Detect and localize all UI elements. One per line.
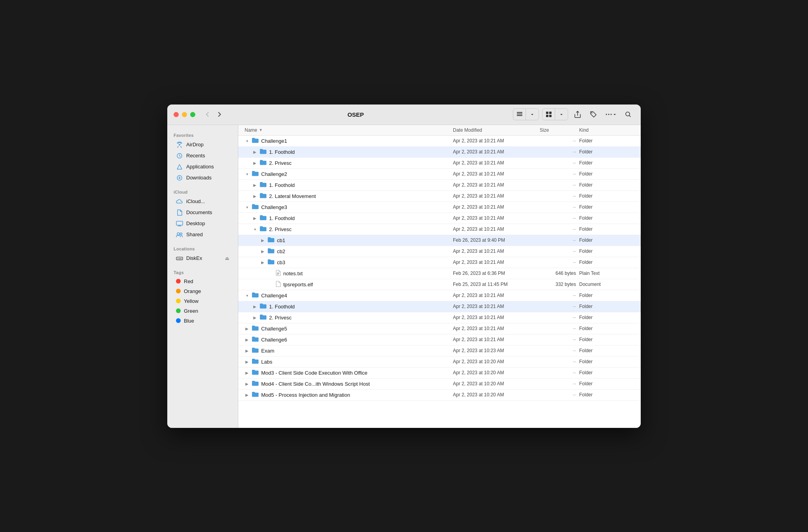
file-name-cell: ▶ 1. Foothold	[245, 181, 453, 189]
table-row[interactable]: ▶ Mod4 - Client Side Co...ith Windows Sc…	[238, 379, 641, 390]
orange-tag-dot	[176, 289, 181, 293]
sidebar-item-airdrop[interactable]: AirDrop	[170, 139, 236, 150]
table-row[interactable]: ▶ Mod5 - Process Injection and Migration…	[238, 390, 641, 401]
folder-icon	[267, 248, 275, 255]
table-row[interactable]: ▶ 1. FootholdApr 2, 2023 at 10:21 AM--Fo…	[238, 147, 641, 158]
recents-icon	[176, 152, 183, 159]
expand-chevron-open[interactable]: ▾	[245, 293, 249, 298]
expand-chevron-closed[interactable]: ▶	[245, 381, 249, 386]
folder-icon	[252, 170, 259, 177]
grid-view-button[interactable]	[542, 109, 555, 120]
sidebar-item-shared[interactable]: Shared	[170, 229, 236, 240]
size-cell: --	[540, 215, 579, 221]
kind-column-header[interactable]: Kind	[579, 127, 634, 133]
expand-chevron-closed[interactable]: ▶	[252, 183, 257, 187]
table-row[interactable]: ▶ 2. PrivescApr 2, 2023 at 10:21 AM--Fol…	[238, 312, 641, 323]
expand-chevron-open[interactable]: ▾	[245, 172, 249, 176]
expand-chevron-closed[interactable]: ▶	[260, 238, 265, 243]
sidebar-item-tag-yellow[interactable]: Yellow	[170, 296, 236, 306]
sidebar-item-tag-red[interactable]: Red	[170, 276, 236, 286]
expand-chevron-open[interactable]: ▾	[245, 205, 249, 209]
expand-chevron-closed[interactable]: ▶	[245, 359, 249, 364]
sidebar-item-label: Documents	[186, 209, 212, 215]
table-row[interactable]: ▾ Challenge3Apr 2, 2023 at 10:21 AM--Fol…	[238, 202, 641, 213]
sidebar-item-recents[interactable]: Recents	[170, 150, 236, 161]
expand-chevron-closed[interactable]: ▶	[252, 149, 257, 154]
eject-icon[interactable]: ⏏	[225, 256, 229, 261]
table-row[interactable]: ▶ Mod3 - Client Side Code Execution With…	[238, 368, 641, 379]
sidebar-item-tag-blue[interactable]: Blue	[170, 316, 236, 326]
folder-icon	[252, 336, 259, 343]
kind-cell: Folder	[579, 370, 634, 375]
sidebar-item-diskex[interactable]: DiskEx ⏏	[170, 253, 236, 264]
sidebar-item-icloud[interactable]: iCloud...	[170, 196, 236, 207]
expand-chevron-closed[interactable]: ▶	[245, 337, 249, 342]
table-row[interactable]: ▾ 2. PrivescApr 2, 2023 at 10:21 AM--Fol…	[238, 224, 641, 235]
size-column-header[interactable]: Size	[540, 127, 579, 133]
expand-chevron-closed[interactable]: ▶	[252, 216, 257, 220]
folder-icon	[252, 347, 259, 354]
size-cell: --	[540, 160, 579, 166]
expand-chevron-closed[interactable]: ▶	[245, 348, 249, 353]
table-row[interactable]: notes.txtFeb 26, 2023 at 6:36 PM646 byte…	[238, 268, 641, 279]
search-button[interactable]	[622, 109, 634, 120]
table-row[interactable]: ▶ cb1Feb 26, 2023 at 9:40 PM--Folder	[238, 235, 641, 246]
sidebar-item-desktop[interactable]: Desktop	[170, 218, 236, 229]
table-row[interactable]: ▶ LabsApr 2, 2023 at 10:20 AM--Folder	[238, 357, 641, 368]
table-row[interactable]: ▶ 1. FootholdApr 2, 2023 at 10:21 AM--Fo…	[238, 213, 641, 224]
table-row[interactable]: ▾ Challenge2Apr 2, 2023 at 10:21 AM--Fol…	[238, 169, 641, 180]
expand-chevron-closed[interactable]: ▶	[252, 304, 257, 309]
expand-chevron-closed[interactable]: ▶	[252, 161, 257, 165]
sidebar-item-documents[interactable]: Documents	[170, 207, 236, 218]
more-actions-button[interactable]	[603, 109, 619, 120]
kind-cell: Folder	[579, 215, 634, 221]
sidebar-item-downloads[interactable]: Downloads	[170, 172, 236, 183]
table-row[interactable]: ▶ 2. Lateral MovementApr 2, 2023 at 10:2…	[238, 191, 641, 202]
expand-chevron-closed[interactable]: ▶	[245, 392, 249, 397]
tag-button[interactable]	[587, 109, 600, 120]
file-name-cell: ▾ 2. Privesc	[245, 226, 453, 233]
fullscreen-button[interactable]	[190, 112, 195, 117]
expand-chevron-closed[interactable]: ▶	[260, 249, 265, 254]
table-row[interactable]: ▶ 2. PrivescApr 2, 2023 at 10:21 AM--Fol…	[238, 158, 641, 169]
file-name-text: Challenge5	[261, 326, 287, 332]
table-row[interactable]: tpsreports.elfFeb 25, 2023 at 11:45 PM33…	[238, 279, 641, 290]
list-view-button[interactable]	[513, 109, 526, 120]
sidebar-item-tag-green[interactable]: Green	[170, 306, 236, 316]
sidebar-item-tag-orange[interactable]: Orange	[170, 286, 236, 296]
minimize-button[interactable]	[182, 112, 187, 117]
kind-cell: Folder	[579, 138, 634, 144]
svg-point-16	[180, 233, 182, 235]
date-column-header[interactable]: Date Modified	[453, 127, 540, 133]
table-row[interactable]: ▶ 1. FootholdApr 2, 2023 at 10:21 AM--Fo…	[238, 301, 641, 312]
expand-chevron-closed[interactable]: ▶	[252, 194, 257, 198]
file-name-text: 1. Foothold	[269, 149, 295, 155]
expand-chevron-closed[interactable]: ▶	[245, 370, 249, 375]
sidebar-item-label: Recents	[186, 153, 205, 159]
table-row[interactable]: ▶ cb2Apr 2, 2023 at 10:21 AM--Folder	[238, 246, 641, 257]
name-column-header[interactable]: Name ▼	[245, 127, 453, 133]
table-row[interactable]: ▶ Challenge5Apr 2, 2023 at 10:21 AM--Fol…	[238, 323, 641, 334]
expand-chevron-open[interactable]: ▾	[252, 227, 257, 231]
table-row[interactable]: ▾ Challenge4Apr 2, 2023 at 10:21 AM--Fol…	[238, 290, 641, 301]
file-name-text: cb3	[277, 259, 285, 265]
expand-chevron-open[interactable]: ▾	[245, 138, 249, 143]
expand-chevron-closed[interactable]: ▶	[260, 260, 265, 265]
table-row[interactable]: ▾ Challenge1Apr 2, 2023 at 10:21 AM--Fol…	[238, 136, 641, 147]
table-row[interactable]: ▶ 1. FootholdApr 2, 2023 at 10:21 AM--Fo…	[238, 180, 641, 191]
expand-chevron-closed[interactable]: ▶	[245, 326, 249, 331]
table-row[interactable]: ▶ Challenge6Apr 2, 2023 at 10:21 AM--Fol…	[238, 334, 641, 345]
view-options-button[interactable]	[526, 109, 539, 120]
close-button[interactable]	[174, 112, 179, 117]
expand-chevron-closed[interactable]: ▶	[252, 315, 257, 320]
sidebar-item-applications[interactable]: Applications	[170, 161, 236, 172]
file-name-text: Labs	[261, 359, 272, 365]
share-button[interactable]	[571, 109, 584, 120]
date-modified-cell: Apr 2, 2023 at 10:20 AM	[453, 370, 540, 375]
date-modified-cell: Apr 2, 2023 at 10:21 AM	[453, 337, 540, 342]
file-name-text: 2. Privesc	[269, 226, 292, 232]
table-row[interactable]: ▶ cb3Apr 2, 2023 at 10:21 AM--Folder	[238, 257, 641, 268]
table-row[interactable]: ▶ ExamApr 2, 2023 at 10:23 AM--Folder	[238, 345, 641, 357]
grid-options-button[interactable]	[555, 109, 568, 120]
sidebar-item-label: Shared	[186, 231, 203, 237]
